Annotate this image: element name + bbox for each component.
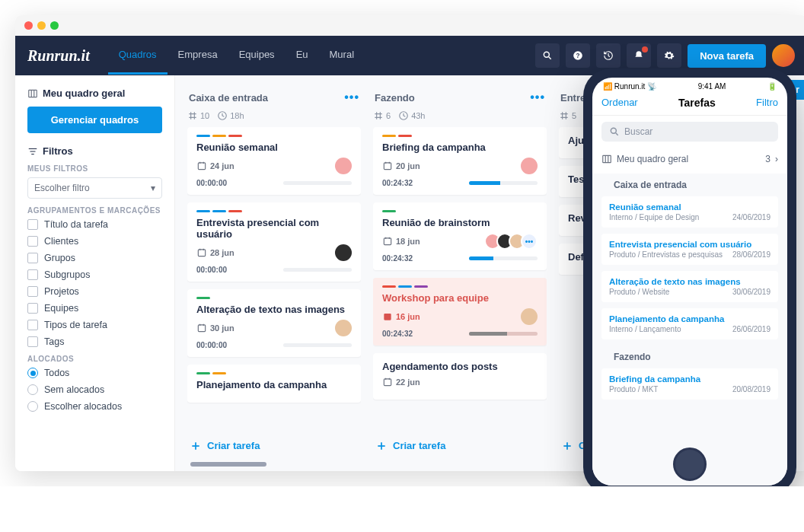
maximize-icon[interactable] (50, 21, 59, 30)
svg-rect-30 (384, 379, 391, 386)
assignee-avatar[interactable] (335, 320, 352, 336)
card-progress (283, 268, 352, 272)
task-card[interactable]: Reunião semanal24 jun00:00:00 (187, 127, 361, 195)
chevron-down-icon: ▾ (151, 183, 155, 193)
sort-button[interactable]: Ordenar (601, 97, 638, 109)
svg-rect-23 (384, 163, 391, 170)
minimize-icon[interactable] (37, 21, 46, 30)
card-tags (196, 210, 352, 212)
phone-mockup: 📶 Runrun.it 📡 9:41 AM 🔋 Ordenar Tarefas … (583, 68, 796, 486)
task-card[interactable]: Workshop para equipe16 jun00:24:32 (373, 278, 547, 346)
alloc-radio[interactable]: Sem alocados (27, 384, 162, 395)
kanban-column: Caixa de entrada•••1018hReunião semanal2… (187, 88, 361, 459)
phone-task-title: Reunião semanal (609, 202, 770, 212)
group-checkbox[interactable]: Subgrupos (27, 269, 162, 280)
svg-rect-26 (384, 238, 391, 245)
column-menu-icon[interactable]: ••• (530, 91, 545, 104)
column-menu-icon[interactable]: ••• (344, 91, 359, 104)
nav-item[interactable]: Empresa (168, 37, 228, 75)
group-checkbox[interactable]: Tags (27, 336, 162, 347)
card-title: Agendamento dos posts (382, 361, 538, 372)
phone-task-title: Briefing da campanha (609, 374, 770, 384)
assignee-avatar[interactable] (335, 158, 352, 174)
assignee-avatar[interactable] (335, 244, 352, 261)
group-checkbox[interactable]: Clientes (27, 236, 162, 247)
nav-item[interactable]: Equipes (228, 37, 286, 75)
phone-task-item[interactable]: Briefing da campanhaProduto / MKT20/08/2… (601, 368, 778, 400)
group-checkbox[interactable]: Projetos (27, 286, 162, 297)
svg-point-37 (611, 128, 616, 133)
phone-task-meta: Interno / Equipe de Design (609, 213, 699, 221)
phone-task-title: Alteração de texto nas imagens (609, 277, 770, 286)
alloc-label: ALOCADOS (27, 355, 162, 363)
phone-task-item[interactable]: Entrevista presencial com usuárioProduto… (601, 234, 778, 265)
close-icon[interactable] (24, 21, 33, 30)
new-task-button[interactable]: Nova tarefa (688, 44, 766, 68)
phone-task-item[interactable]: Planejamento da campanhaInterno / Lançam… (601, 308, 778, 339)
svg-rect-11 (198, 163, 205, 170)
home-button[interactable] (673, 448, 707, 481)
group-checkbox[interactable]: Título da tarefa (27, 219, 162, 230)
group-checkbox[interactable]: Equipes (27, 303, 162, 314)
card-tags (382, 210, 538, 212)
board-title: Meu quadro geral (27, 88, 162, 99)
alloc-radio[interactable]: Todos (27, 368, 162, 378)
card-date: 20 jun (382, 161, 420, 171)
user-avatar[interactable] (772, 44, 795, 67)
brand-logo[interactable]: Runrun.it (27, 47, 90, 65)
card-time: 00:00:00 (196, 179, 227, 187)
groups-label: AGRUPAMENTOS E MARCAÇÕES (27, 206, 162, 215)
task-card[interactable]: Planejamento da campanha (187, 365, 361, 403)
my-filters-label: MEUS FILTROS (27, 164, 162, 173)
group-checkbox[interactable]: Tipos de tarefa (27, 320, 162, 330)
card-progress (283, 343, 352, 347)
phone-task-date: 28/06/2019 (732, 250, 770, 259)
nav-item[interactable]: Quadros (108, 37, 168, 75)
card-date: 18 jun (382, 236, 420, 247)
phone-task-date: 30/06/2019 (732, 288, 770, 296)
search-icon[interactable] (535, 43, 560, 68)
chevron-right-icon: › (775, 154, 778, 164)
card-date: 30 jun (196, 323, 234, 333)
card-tags (196, 297, 352, 299)
phone-nav: Ordenar Tarefas Filtro (592, 92, 787, 116)
filter-button[interactable]: Filtro (756, 97, 778, 109)
svg-rect-39 (603, 155, 611, 162)
create-task-button[interactable]: Criar tarefa (373, 432, 547, 459)
task-card[interactable]: Entrevista presencial com usuário28 jun0… (187, 202, 361, 282)
phone-board-select[interactable]: Meu quadro geral 3 › (601, 151, 778, 167)
task-card[interactable]: Briefing da campanha20 jun00:24:32 (373, 127, 547, 195)
phone-task-date: 26/06/2019 (732, 325, 770, 333)
card-title: Reunião semanal (196, 142, 352, 153)
phone-task-item[interactable]: Alteração de texto nas imagensProduto / … (601, 271, 778, 302)
alloc-radio[interactable]: Escolher alocados (27, 401, 162, 412)
create-task-button[interactable]: Criar tarefa (187, 432, 361, 459)
filter-select[interactable]: Escolher filtro ▾ (27, 177, 162, 199)
column-stats: 1018h (187, 110, 361, 121)
task-card[interactable]: Reunião de brainstorm18 jun•••00:24:32 (373, 202, 547, 270)
bell-icon[interactable] (627, 43, 651, 68)
manage-boards-button[interactable]: Gerenciar quadros (27, 107, 162, 133)
phone-task-title: Entrevista presencial com usuário (609, 240, 770, 249)
help-icon[interactable]: ? (566, 43, 590, 68)
phone-search-input[interactable]: Buscar (601, 122, 778, 142)
horizontal-scrollbar[interactable] (190, 462, 266, 467)
card-title: Alteração de texto nas imagens (196, 304, 352, 315)
svg-line-38 (616, 133, 618, 135)
gear-icon[interactable] (657, 43, 681, 68)
card-title: Planejamento da campanha (196, 379, 352, 390)
card-progress (469, 256, 538, 260)
sidebar: Meu quadro geral Gerenciar quadros Filtr… (15, 75, 175, 471)
assignee-avatar[interactable] (521, 308, 538, 325)
task-card[interactable]: Agendamento dos posts22 jun (373, 353, 547, 400)
more-avatars[interactable]: ••• (521, 233, 538, 250)
phone-task-item[interactable]: Reunião semanalInterno / Equipe de Desig… (601, 196, 778, 228)
nav-item[interactable]: Mural (319, 37, 365, 75)
task-card[interactable]: Alteração de texto nas imagens30 jun00:0… (187, 289, 361, 357)
group-checkbox[interactable]: Grupos (27, 253, 162, 263)
phone-title: Tarefas (678, 97, 716, 109)
nav-item[interactable]: Eu (286, 37, 319, 75)
card-time: 00:00:00 (196, 266, 227, 274)
assignee-avatar[interactable] (521, 158, 538, 174)
history-icon[interactable] (596, 43, 621, 68)
